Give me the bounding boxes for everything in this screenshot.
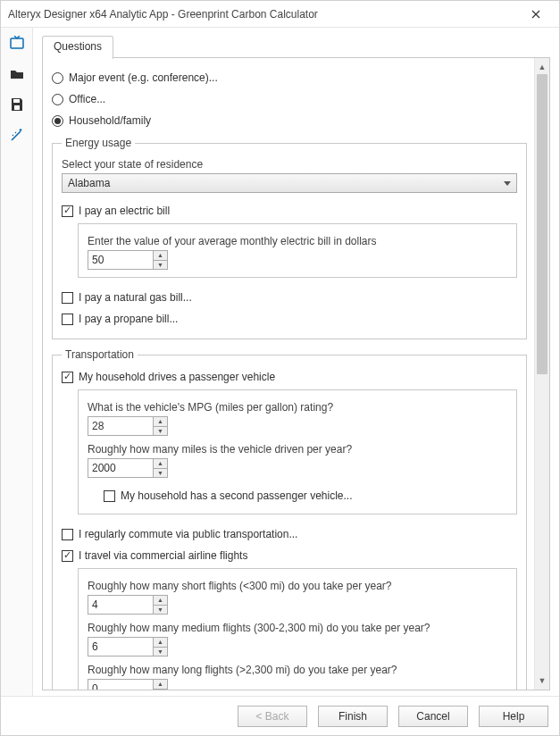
air-panel: Roughly how many short flights (<300 mi)… [78,568,517,690]
tab-questions[interactable]: Questions [42,36,113,59]
radio-household-label: Household/family [69,114,151,127]
drive-panel: What is the vehicle's MPG (miles per gal… [78,389,517,514]
long-flights-label: Roughly how many long flights (>2,300 mi… [88,664,507,676]
medium-flights-spinner[interactable]: 6 ▲▼ [88,637,168,657]
group-energy-legend: Energy usage [62,137,135,149]
state-select[interactable]: Alabama [62,173,517,193]
radio-major-event-label: Major event (e.g. conference)... [69,71,218,84]
spinner-down-icon[interactable]: ▼ [154,427,167,436]
mpg-value[interactable]: 28 [88,417,153,435]
radio-office-label: Office... [69,93,105,105]
spinner-up-icon[interactable]: ▲ [154,680,167,690]
check-propane-label: I pay a propane bill... [79,313,178,325]
vertical-scrollbar[interactable]: ▲ ▼ [534,58,549,690]
tabstrip: Questions [42,35,550,58]
spinner-down-icon[interactable]: ▼ [154,261,167,270]
save-icon[interactable] [6,94,28,115]
left-toolbar [1,28,33,696]
spinner-down-icon[interactable]: ▼ [154,648,167,657]
radio-office[interactable] [52,94,63,105]
electric-prompt: Enter the value of your average monthly … [88,235,507,247]
long-flights-spinner[interactable]: 0 ▲▼ [88,679,168,690]
cancel-button[interactable]: Cancel [398,706,468,727]
spinner-down-icon[interactable]: ▼ [154,690,167,690]
scroll-track[interactable] [537,74,547,673]
check-drive-label: My household drives a passenger vehicle [79,371,275,383]
radio-major-event[interactable] [52,72,63,84]
check-second-vehicle-label: My household has a second passenger vehi… [121,489,353,502]
group-transport-legend: Transportation [62,348,138,361]
spinner-up-icon[interactable]: ▲ [154,459,167,469]
app-window: Alteryx Designer x64 Analytic App - Gree… [0,0,560,736]
scroll-down-icon[interactable]: ▼ [537,673,547,688]
miles-spinner[interactable]: 2000 ▲▼ [88,458,168,478]
spinner-down-icon[interactable]: ▼ [154,606,167,615]
spinner-up-icon[interactable]: ▲ [154,251,167,261]
window-title: Alteryx Designer x64 Analytic App - Gree… [8,8,518,21]
wand-icon[interactable] [6,124,28,146]
check-public-transit[interactable] [62,529,73,540]
finish-button[interactable]: Finish [318,706,388,727]
miles-value[interactable]: 2000 [88,459,153,477]
miles-label: Roughly how many miles is the vehicle dr… [88,443,507,456]
check-drive[interactable] [62,372,73,383]
electric-value-spinner[interactable]: 50 ▲▼ [88,250,168,270]
group-energy: Energy usage Select your state of reside… [52,137,527,339]
check-propane[interactable] [62,314,73,325]
medium-flights-label: Roughly how many medium flights (300-2,3… [88,622,507,634]
check-gas-label: I pay a natural gas bill... [79,291,192,304]
titlebar: Alteryx Designer x64 Analytic App - Gree… [1,1,559,28]
folder-icon[interactable] [6,63,28,85]
close-icon [531,10,540,19]
check-second-vehicle[interactable] [104,490,115,502]
check-gas[interactable] [62,292,73,304]
open-icon[interactable] [6,33,28,54]
svg-rect-0 [11,38,23,48]
long-flights-value[interactable]: 0 [88,680,153,690]
spinner-down-icon[interactable]: ▼ [154,469,167,478]
check-electric-label: I pay an electric bill [79,205,170,217]
svg-rect-1 [13,99,20,103]
spinner-up-icon[interactable]: ▲ [154,417,167,427]
scroll-up-icon[interactable]: ▲ [537,60,547,74]
back-button[interactable]: < Back [238,706,307,727]
scroll-thumb[interactable] [537,74,547,374]
form-body: Major event (e.g. conference)... Office.… [43,58,534,690]
footer-buttons: < Back Finish Cancel Help [1,696,559,735]
help-button[interactable]: Help [479,706,548,727]
spinner-up-icon[interactable]: ▲ [154,638,167,648]
window-close-button[interactable] [518,2,554,27]
svg-rect-2 [14,105,20,110]
state-label: Select your state of residence [62,158,517,171]
mpg-label: What is the vehicle's MPG (miles per gal… [88,401,507,414]
electric-value[interactable]: 50 [88,251,153,269]
spinner-up-icon[interactable]: ▲ [154,596,167,606]
state-select-value: Alabama [68,177,110,189]
check-air-label: I travel via commercial airline flights [79,549,247,562]
short-flights-spinner[interactable]: 4 ▲▼ [88,595,168,615]
electric-panel: Enter the value of your average monthly … [78,223,517,278]
medium-flights-value[interactable]: 6 [88,638,153,656]
group-transport: Transportation My household drives a pas… [52,348,527,690]
short-flights-label: Roughly how many short flights (<300 mi)… [88,580,507,592]
check-electric[interactable] [62,205,73,217]
check-public-transit-label: I regularly commute via public transport… [79,528,297,540]
radio-household[interactable] [52,115,63,127]
check-air[interactable] [62,550,73,562]
mpg-spinner[interactable]: 28 ▲▼ [88,416,168,436]
short-flights-value[interactable]: 4 [88,596,153,614]
